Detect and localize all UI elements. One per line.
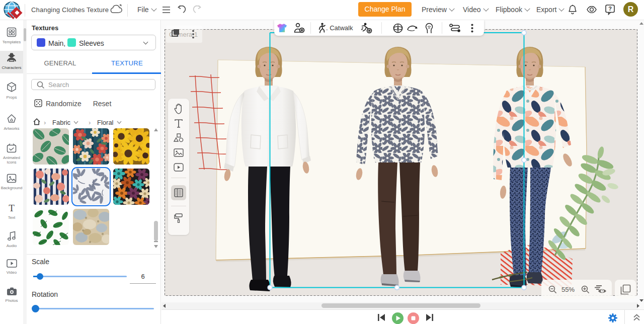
svg-text:T: T <box>9 203 15 213</box>
svg-text:?: ? <box>608 6 612 12</box>
